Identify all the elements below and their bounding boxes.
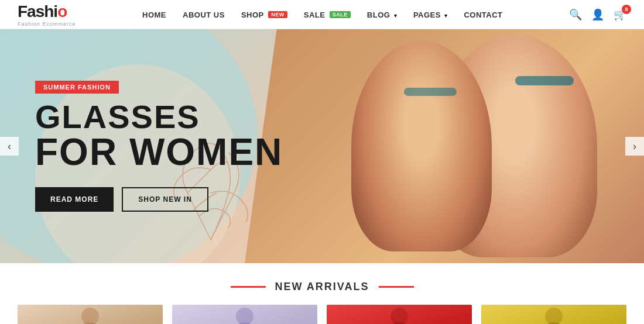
product-card-3[interactable] <box>327 305 472 324</box>
nav-item-pages[interactable]: PAGES ▾ <box>413 9 448 20</box>
hero-next-arrow[interactable]: › <box>625 137 644 156</box>
hero-title-line2: FOR WOMEN <box>35 133 283 171</box>
cart-button[interactable]: 🛒 8 <box>614 8 626 21</box>
product-card-2[interactable] <box>172 305 317 324</box>
pages-chevron-icon: ▾ <box>444 12 447 19</box>
shop-new-badge: NEW <box>268 11 287 18</box>
shop-new-button[interactable]: SHOP NEW IN <box>122 187 208 212</box>
nav-links: HOME ABOUT US SHOP NEW SALE SALE BLOG ▾ … <box>142 9 502 20</box>
sale-badge: SALE <box>330 11 351 18</box>
nav-item-home[interactable]: HOME <box>142 9 166 20</box>
hero-prev-arrow[interactable]: ‹ <box>0 137 19 156</box>
search-button[interactable]: 🔍 <box>569 8 582 21</box>
nav-item-about[interactable]: ABOUT US <box>183 9 225 20</box>
product-card-4[interactable] <box>481 305 626 324</box>
logo-subtitle: Fashion Ecommerce <box>18 21 76 27</box>
hero-category-tag: SUMMER FASHION <box>35 81 119 94</box>
account-button[interactable]: 👤 <box>591 8 604 21</box>
product-card-1[interactable] <box>18 305 163 324</box>
product-grid <box>18 305 626 324</box>
nav-link-blog[interactable]: BLOG <box>367 11 390 19</box>
nav-item-sale[interactable]: SALE SALE <box>304 9 351 20</box>
nav-link-about[interactable]: ABOUT US <box>183 11 225 19</box>
section-title-area: NEW ARRIVALS <box>18 281 626 293</box>
nav-link-sale[interactable]: SALE <box>304 11 326 19</box>
section-divider-left <box>231 286 266 288</box>
blog-chevron-icon: ▾ <box>394 12 397 19</box>
hero-section: SUMMER FASHION GLASSES FOR WOMEN READ MO… <box>0 29 644 263</box>
nav-item-shop[interactable]: SHOP NEW <box>241 9 287 20</box>
hero-content: SUMMER FASHION GLASSES FOR WOMEN READ MO… <box>35 81 283 212</box>
nav-item-blog[interactable]: BLOG ▾ <box>367 9 397 20</box>
logo[interactable]: Fashio Fashion Ecommerce <box>18 2 76 27</box>
logo-text: Fashio <box>18 2 67 20</box>
hero-photo-area <box>245 29 644 263</box>
logo-letter-o: o <box>57 2 67 20</box>
hero-title-line1: GLASSES <box>35 101 283 133</box>
nav-link-pages[interactable]: PAGES <box>413 11 441 19</box>
nav-link-home[interactable]: HOME <box>142 11 166 19</box>
navbar: Fashio Fashion Ecommerce HOME ABOUT US S… <box>0 0 644 29</box>
account-icon: 👤 <box>591 9 604 20</box>
search-icon: 🔍 <box>569 9 582 20</box>
nav-link-contact[interactable]: CONTACT <box>464 11 502 19</box>
section-divider-right <box>379 286 414 288</box>
new-arrivals-section: NEW ARRIVALS <box>0 263 644 324</box>
hero-buttons: READ MORE SHOP NEW IN <box>35 187 283 212</box>
section-title: NEW ARRIVALS <box>275 281 369 293</box>
nav-link-shop[interactable]: SHOP <box>241 11 264 19</box>
read-more-button[interactable]: READ MORE <box>35 187 114 212</box>
nav-item-contact[interactable]: CONTACT <box>464 9 502 20</box>
cart-count-badge: 8 <box>622 5 631 14</box>
nav-icons: 🔍 👤 🛒 8 <box>569 8 626 21</box>
